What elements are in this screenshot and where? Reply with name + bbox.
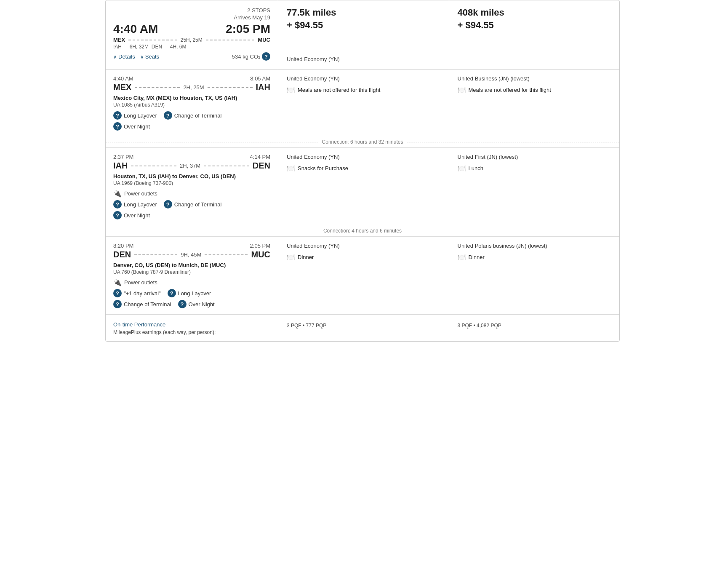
seg3-route-row: DEN 9H, 45M MUC [113, 250, 270, 259]
seg1-times: 4:40 AM 8:05 AM [113, 75, 270, 82]
seg1-badges: ? Long Layover ? Change of Terminal [113, 111, 270, 120]
details-link[interactable]: Details [113, 53, 135, 60]
seg1-row: 4:40 AM 8:05 AM MEX 2H, 25M IAH Mexico C… [106, 69, 619, 136]
summary-price-col1: 77.5k miles + $94.55 United Economy (YN) [278, 0, 449, 69]
co2-info-icon[interactable]: ? [262, 52, 270, 61]
summary-footer: Details Seats 534 kg CO₂ ? [113, 52, 270, 61]
col1-price: + $94.55 [287, 20, 440, 31]
col2-price: + $94.55 [458, 20, 611, 31]
col1-miles: 77.5k miles [287, 7, 440, 18]
seg2-meal-right: 🍽️ Lunch [458, 164, 611, 172]
seg2-destination: DEN [253, 161, 270, 171]
long-layover-icon-1[interactable]: ? [113, 111, 122, 120]
on-time-performance-link[interactable]: On-time Performance [113, 321, 165, 328]
arrives-label: Arrives May 19 [113, 14, 270, 21]
seg1-dashes [135, 87, 180, 88]
mileage-mid: 3 PQF • 777 PQP [287, 323, 440, 329]
seg1-route-row: MEX 2H, 25M IAH [113, 83, 270, 92]
seg1-arrive: 8:05 AM [250, 75, 270, 82]
seg1-depart: 4:40 AM [113, 75, 133, 82]
seg3-badges1: ? "+1 day arrival" ? Long Layover [113, 289, 270, 297]
seg2-times: 2:37 PM 4:14 PM [113, 154, 270, 160]
seats-link[interactable]: Seats [140, 53, 159, 60]
seg1-aircraft: UA 1085 (Airbus A319) [113, 102, 270, 108]
segment-3: 8:20 PM 2:05 PM DEN 9H, 45M MUC Denver, … [106, 237, 619, 315]
summary-depart-time: 4:40 AM [113, 22, 158, 36]
summary-duration: 25H, 25M [181, 37, 203, 43]
overnight-icon-3[interactable]: ? [178, 300, 187, 308]
seg3-cabin-mid: United Economy (YN) [287, 243, 440, 249]
seg3-route-name: Denver, CO, US (DEN) to Munich, DE (MUC) [113, 262, 270, 268]
footer-left: On-time Performance MileagePlus earnings… [106, 315, 278, 341]
seg2-route-row: IAH 2H, 37M DEN [113, 161, 270, 171]
seg3-right: United Polaris business (JN) (lowest) 🍽️… [449, 237, 620, 314]
summary-destination: MUC [258, 37, 270, 43]
segment-2: 2:37 PM 4:14 PM IAH 2H, 37M DEN Houston,… [106, 148, 619, 237]
chevron-up-icon [113, 53, 117, 60]
meal-icon-1r: 🍽️ [458, 86, 466, 94]
seg1-right: United Business (JN) (lowest) 🍽️ Meals a… [449, 69, 620, 136]
seg2-duration: 2H, 37M [180, 163, 200, 169]
seg2-cabin-right: United First (JN) (lowest) [458, 154, 611, 160]
seg1-duration: 2H, 25M [183, 84, 204, 91]
long-layover-icon-3[interactable]: ? [168, 289, 176, 297]
change-terminal-icon-3[interactable]: ? [113, 300, 122, 308]
seg1-badge3: ? Over Night [113, 122, 150, 131]
co2-label: 534 kg CO₂ ? [232, 52, 270, 61]
summary-route: MEX 25H, 25M MUC [113, 37, 270, 43]
plus1day-icon[interactable]: ? [113, 289, 122, 297]
summary-origin: MEX [113, 37, 125, 43]
seg3-badge1: ? "+1 day arrival" [113, 289, 161, 297]
chevron-down-icon [140, 53, 144, 60]
seg1-left: 4:40 AM 8:05 AM MEX 2H, 25M IAH Mexico C… [106, 69, 278, 136]
seg2-meal-mid: 🍽️ Snacks for Purchase [287, 164, 440, 172]
route-dashes [128, 40, 177, 40]
seg3-badge4: ? Over Night [178, 300, 215, 308]
meal-icon-3: 🍽️ [287, 253, 295, 261]
seg3-meal-mid: 🍽️ Dinner [287, 253, 440, 261]
seg2-dashes [131, 166, 176, 166]
seg3-badge3: ? Change of Terminal [113, 300, 171, 308]
seg3-badges2: ? Change of Terminal ? Over Night [113, 300, 270, 308]
layover-info: IAH — 6H, 32M DEN — 4H, 6M [113, 44, 270, 50]
seg3-origin: DEN [113, 250, 131, 259]
seg3-times: 8:20 PM 2:05 PM [113, 243, 270, 249]
seg1-badge2: ? Change of Terminal [164, 111, 222, 120]
seg3-meal-right: 🍽️ Dinner [458, 253, 611, 261]
footer-right: 3 PQF • 4,082 PQP [449, 315, 620, 341]
meal-icon-2: 🍽️ [287, 164, 295, 172]
seg1-meal-mid: 🍽️ Meals are not offered for this flight [287, 86, 440, 94]
overnight-icon-1[interactable]: ? [113, 122, 122, 131]
seg2-power: 🔌 Power outlets [113, 190, 270, 198]
seg2-depart: 2:37 PM [113, 154, 133, 160]
meal-icon-1: 🍽️ [287, 86, 295, 94]
seg3-left: 8:20 PM 2:05 PM DEN 9H, 45M MUC Denver, … [106, 237, 278, 314]
seg1-cabin-mid: United Economy (YN) [287, 75, 440, 82]
seg3-mid: United Economy (YN) 🍽️ Dinner [278, 237, 449, 314]
seg2-badges2: ? Over Night [113, 211, 270, 219]
seg3-row: 8:20 PM 2:05 PM DEN 9H, 45M MUC Denver, … [106, 237, 619, 314]
mileage-right: 3 PQF • 4,082 PQP [458, 323, 611, 329]
meal-icon-2r: 🍽️ [458, 164, 466, 172]
summary-row: 2 STOPS Arrives May 19 4:40 AM 2:05 PM M… [106, 0, 619, 69]
links-row: Details Seats [113, 53, 159, 60]
seg1-meal-right: 🍽️ Meals are not offered for this flight [458, 86, 611, 94]
seg2-connection: Connection: 4 hours and 6 minutes [106, 225, 619, 236]
seg2-origin: IAH [113, 161, 128, 171]
long-layover-icon-2[interactable]: ? [113, 200, 122, 208]
seg1-dashes2 [208, 87, 253, 88]
segment-1: 4:40 AM 8:05 AM MEX 2H, 25M IAH Mexico C… [106, 69, 619, 148]
summary-price-col2: 408k miles + $94.55 [449, 0, 620, 69]
footer-section: On-time Performance MileagePlus earnings… [106, 315, 619, 341]
change-terminal-icon-2[interactable]: ? [164, 200, 172, 208]
seg1-mid: United Economy (YN) 🍽️ Meals are not off… [278, 69, 449, 136]
seg3-aircraft: UA 760 (Boeing 787-9 Dreamliner) [113, 269, 270, 275]
change-terminal-icon-1[interactable]: ? [164, 111, 172, 120]
meal-icon-3r: 🍽️ [458, 253, 466, 261]
stops-label: 2 STOPS [113, 7, 270, 13]
mileage-label: MileagePlus earnings (each way, per pers… [113, 329, 270, 335]
summary-arrive-time: 2:05 PM [226, 22, 270, 36]
overnight-icon-2[interactable]: ? [113, 211, 122, 219]
seg1-destination: IAH [256, 83, 270, 92]
seg3-power: 🔌 Power outlets [113, 278, 270, 286]
